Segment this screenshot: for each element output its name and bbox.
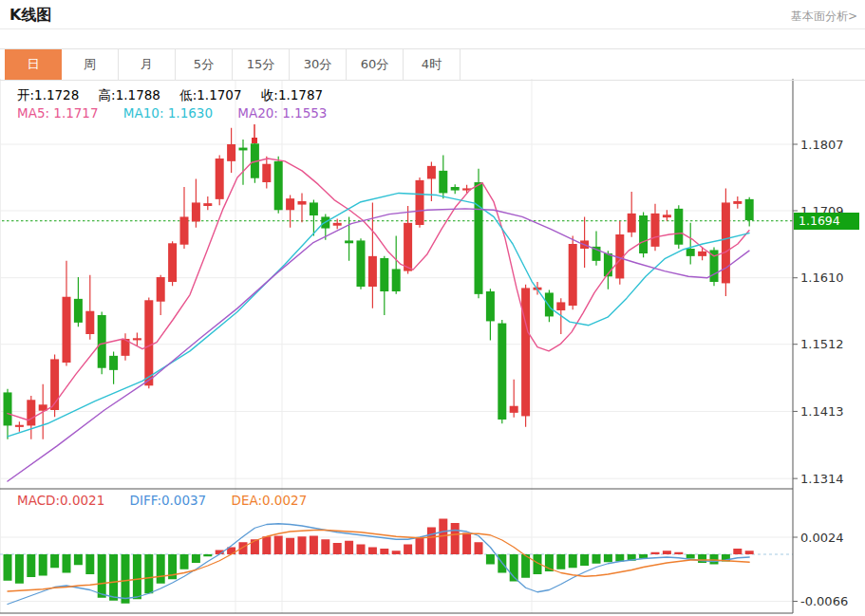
candle[interactable]: [216, 155, 224, 205]
tab-month[interactable]: 月: [119, 49, 176, 80]
macd-bar: [698, 554, 706, 563]
candle[interactable]: [439, 155, 447, 198]
macd-bar: [569, 554, 577, 568]
tab-h4[interactable]: 4时: [404, 49, 461, 80]
macd-bar: [133, 554, 141, 599]
macd-histogram: [4, 519, 754, 604]
candle[interactable]: [710, 248, 719, 287]
candle[interactable]: [333, 219, 342, 230]
candle[interactable]: [686, 223, 695, 265]
svg-text:1.1413: 1.1413: [800, 404, 844, 419]
candle[interactable]: [416, 177, 424, 228]
macd-bar: [239, 542, 248, 554]
macd-bar: [686, 554, 695, 559]
svg-text:1.1512: 1.1512: [800, 337, 844, 351]
macd-bar: [615, 554, 624, 562]
candle[interactable]: [733, 196, 742, 209]
candle[interactable]: [74, 277, 83, 327]
candle[interactable]: [462, 185, 471, 194]
candle[interactable]: [722, 188, 730, 296]
candle[interactable]: [498, 320, 506, 423]
candle[interactable]: [392, 235, 401, 293]
candle[interactable]: [274, 157, 283, 214]
candle[interactable]: [663, 210, 671, 220]
candle[interactable]: [227, 128, 235, 173]
tab-day[interactable]: 日: [5, 49, 62, 80]
low-value: 1.1707: [197, 87, 241, 103]
macd-bar: [251, 539, 259, 554]
macd-bar: [556, 554, 565, 569]
macd-bar: [50, 554, 59, 568]
close-value: 1.1787: [278, 87, 323, 103]
macd-bar: [674, 552, 683, 554]
candle[interactable]: [639, 212, 648, 257]
candle[interactable]: [486, 289, 495, 340]
candle[interactable]: [168, 241, 177, 286]
macd-bar: [122, 554, 130, 604]
candle[interactable]: [615, 221, 624, 285]
high-value: 1.1788: [116, 87, 160, 103]
candle[interactable]: [451, 184, 460, 194]
tab-week[interactable]: 周: [62, 49, 119, 80]
macd-value-legend: MACD:0.0021: [17, 493, 104, 508]
tab-m30[interactable]: 30分: [290, 49, 347, 80]
candle[interactable]: [357, 238, 366, 289]
candle[interactable]: [63, 261, 71, 366]
crosshair-marker: [252, 124, 257, 143]
ma10-legend: MA10: 1.1630: [123, 105, 213, 121]
candle[interactable]: [180, 187, 189, 249]
macd-bar: [475, 542, 483, 554]
macd-bar: [74, 554, 83, 565]
macd-bar: [63, 554, 71, 573]
macd-bar: [85, 554, 94, 574]
candle[interactable]: [109, 352, 118, 384]
candle[interactable]: [203, 196, 212, 210]
svg-text:1.1314: 1.1314: [800, 472, 844, 486]
svg-text:1.1807: 1.1807: [800, 138, 844, 152]
macd-bar: [404, 545, 412, 555]
candle[interactable]: [580, 216, 589, 268]
macd-bar: [427, 528, 436, 555]
ma5-legend: MA5: 1.1717: [17, 105, 99, 121]
candle[interactable]: [85, 275, 94, 340]
low-label: 低:: [179, 87, 197, 103]
candle[interactable]: [380, 256, 388, 315]
axis-frame: [0, 79, 793, 613]
candle[interactable]: [157, 275, 165, 315]
macd-bar: [192, 554, 200, 563]
candle[interactable]: [122, 333, 130, 361]
tab-m60[interactable]: 60分: [347, 49, 404, 80]
candle[interactable]: [521, 285, 530, 427]
candle[interactable]: [404, 206, 412, 273]
macd-bar: [663, 551, 671, 554]
candle[interactable]: [298, 193, 307, 222]
candle[interactable]: [475, 169, 483, 298]
macd-bar: [321, 539, 329, 554]
macd-bar: [710, 554, 719, 565]
ma-legend: MA5: 1.1717 MA10: 1.1630 MA20: 1.1553: [17, 105, 348, 121]
macd-bar: [745, 551, 754, 554]
candle[interactable]: [745, 197, 754, 227]
tab-m15[interactable]: 15分: [233, 49, 290, 80]
macd-bar: [157, 554, 165, 584]
candle[interactable]: [15, 421, 24, 432]
y-axis-labels: 1.18071.17091.16101.15121.14131.13140.00…: [793, 138, 848, 609]
candle[interactable]: [239, 140, 248, 185]
open-label: 开:: [17, 87, 34, 103]
macd-bar: [15, 554, 24, 584]
candle[interactable]: [192, 178, 200, 227]
macd-bar: [180, 554, 189, 569]
macd-bar: [345, 541, 353, 554]
tab-m5[interactable]: 5分: [176, 49, 233, 80]
candle[interactable]: [510, 380, 518, 418]
candle[interactable]: [286, 196, 294, 228]
macd-bar: [451, 523, 460, 554]
macd-bar: [392, 551, 401, 554]
candle[interactable]: [628, 192, 636, 237]
svg-text:0.0024: 0.0024: [800, 531, 844, 545]
candle[interactable]: [569, 235, 577, 309]
candle[interactable]: [262, 157, 271, 189]
macd-bar: [416, 537, 424, 554]
candle[interactable]: [674, 205, 683, 249]
candle[interactable]: [133, 333, 141, 346]
